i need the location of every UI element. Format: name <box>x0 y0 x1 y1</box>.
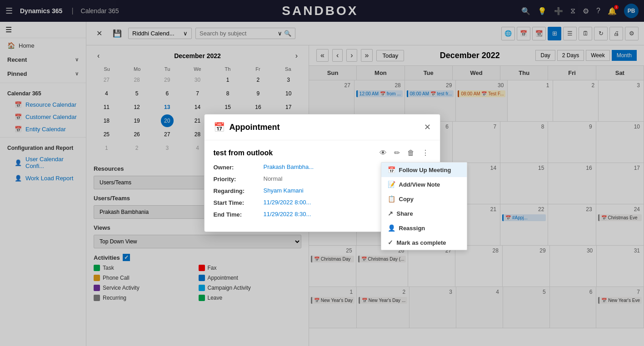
context-menu-reassign[interactable]: 👤 Reassign <box>381 221 467 235</box>
modal-subject-text: test from outlook <box>214 149 273 157</box>
end-value[interactable]: 11/29/2022 8:30... <box>264 211 311 218</box>
end-label: End Time: <box>214 211 264 218</box>
regarding-label: Regarding: <box>214 187 264 194</box>
context-menu-copy[interactable]: 📋 Copy <box>381 192 467 206</box>
context-menu: 📅 Follow Up Meeting 📝 Add/View Note 📋 Co… <box>381 162 467 250</box>
modal-view-btn[interactable]: 👁 <box>378 148 389 158</box>
modal-header-icon: 📅 <box>214 122 225 133</box>
modal-more-btn[interactable]: ⋮ <box>420 148 431 158</box>
reassign-icon: 👤 <box>388 224 395 232</box>
addnote-icon: 📝 <box>388 181 395 188</box>
modal-delete-btn[interactable]: 🗑 <box>405 148 416 158</box>
context-menu-followup[interactable]: 📅 Follow Up Meeting <box>381 163 467 177</box>
regarding-value[interactable]: Shyam Kamani <box>264 187 304 194</box>
modal-title: Appointment <box>230 123 424 132</box>
start-label: Start Time: <box>214 199 264 206</box>
complete-label: Mark as complete <box>397 239 446 246</box>
appointment-modal: 📅 Appointment ✕ test from outlook 👁 ✏ 🗑 … <box>204 114 440 232</box>
modal-close-button[interactable]: ✕ <box>424 122 431 132</box>
complete-icon: ✓ <box>388 239 393 246</box>
modal-header: 📅 Appointment ✕ <box>205 114 440 140</box>
modal-overlay[interactable]: 📅 Appointment ✕ test from outlook 👁 ✏ 🗑 … <box>0 0 644 346</box>
owner-value[interactable]: Prakash Bambha... <box>264 163 314 171</box>
copy-label: Copy <box>399 196 414 203</box>
followup-icon: 📅 <box>388 166 395 173</box>
priority-label: Priority: <box>214 175 264 183</box>
context-menu-addnote[interactable]: 📝 Add/View Note <box>381 177 467 192</box>
modal-edit-btn[interactable]: ✏ <box>392 148 402 158</box>
modal-body: test from outlook 👁 ✏ 🗑 ⋮ 📅 Follow Up Me… <box>205 140 440 232</box>
modal-subject: test from outlook 👁 ✏ 🗑 ⋮ 📅 Follow Up Me… <box>214 148 431 158</box>
modal-actions: 👁 ✏ 🗑 ⋮ 📅 Follow Up Meeting 📝 Add/View N… <box>378 148 431 158</box>
reassign-label: Reassign <box>399 225 425 232</box>
share-icon: ↗ <box>388 210 393 217</box>
start-value[interactable]: 11/29/2022 8:00... <box>264 199 311 206</box>
followup-label: Follow Up Meeting <box>399 167 451 173</box>
copy-icon: 📋 <box>388 195 395 203</box>
share-label: Share <box>397 210 413 217</box>
owner-label: Owner: <box>214 163 264 171</box>
priority-value: Normal <box>264 175 283 183</box>
context-menu-complete[interactable]: ✓ Mark as complete <box>381 235 467 250</box>
context-menu-share[interactable]: ↗ Share <box>381 206 467 221</box>
addnote-label: Add/View Note <box>399 181 440 188</box>
